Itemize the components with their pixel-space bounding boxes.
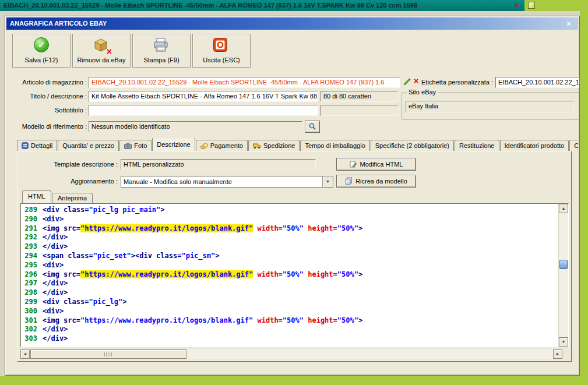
toolbar-button-label: Uscita (ESC) <box>203 56 240 63</box>
articolo-label: Articolo di magazzino : <box>6 77 87 88</box>
parent-window-titlebar: EIBACH_20.10.001.02.22_15529 - Molle Eib… <box>0 0 524 11</box>
tab-tempo-di-imballaggio[interactable]: Tempo di imballaggio <box>300 140 369 151</box>
magnifier-icon <box>308 122 316 132</box>
sito-ebay-legend: Sito eBay <box>407 89 438 96</box>
code-area[interactable]: 289<div class="pic_lg pic_main">290<div>… <box>21 204 558 347</box>
tab-identificatori-prodotto[interactable]: Identificatori prodotto <box>500 140 569 151</box>
line-number: 289 <box>21 206 37 215</box>
edit-html-pencil-icon <box>350 160 357 169</box>
tab-label: Compatib <box>574 140 578 151</box>
titolo-field[interactable]: Kit Molle Assetto Eibach SPORTLINE - Alf… <box>89 91 318 102</box>
line-number: 293 <box>21 242 37 252</box>
modello-label: Modello di riferimento : <box>6 121 87 132</box>
line-number: 290 <box>21 215 37 224</box>
toolbar-button-label: Rimuovi da eBay <box>77 56 125 63</box>
tab-label: Dettagli <box>31 140 52 151</box>
tab-specifiche-2-obbligatorie[interactable]: Specifiche (2 obbligatorie) <box>371 140 454 151</box>
sottotitolo-char-counter <box>321 105 399 116</box>
scroll-down-icon[interactable]: ▼ <box>559 337 568 347</box>
code-line[interactable]: 292</div> <box>21 233 558 242</box>
code-line[interactable]: 291<img src="https://www.readypro.it/log… <box>21 224 558 234</box>
toolbar-button-rimuovi[interactable]: ×Rimuovi da eBay <box>72 34 131 68</box>
copy-pages-icon <box>345 177 353 186</box>
toolbar-button-label: Stampa (F9) <box>143 56 179 63</box>
sito-ebay-field[interactable]: eBay Italia <box>406 101 574 112</box>
sottotitolo-field[interactable] <box>89 105 318 116</box>
tab-label: Descrizione <box>157 139 190 150</box>
anagrafica-articolo-ebay-dialog: ANAGRAFICA ARTICOLO EBAY × ✓Salva (F12)×… <box>5 16 580 376</box>
dialog-close-icon[interactable]: × <box>564 17 573 30</box>
exit-icon <box>213 37 230 55</box>
parent-window-title: EIBACH_20.10.001.02.22_15529 - Molle Eib… <box>3 2 417 9</box>
scroll-right-icon[interactable]: ► <box>553 349 562 359</box>
camera-icon <box>124 143 132 149</box>
ricrea-da-modello-button[interactable]: Ricrea da modello <box>336 175 416 188</box>
toolbar-button-salva[interactable]: ✓Salva (F12) <box>12 34 71 68</box>
tab-compatib[interactable]: Compatib <box>569 140 578 151</box>
tab-foto[interactable]: Foto <box>119 140 152 151</box>
toolbar-button-stampa[interactable]: Stampa (F9) <box>132 34 191 68</box>
details-icon <box>22 142 29 149</box>
scroll-left-icon[interactable]: ◄ <box>20 349 30 359</box>
aggiornamento-selected-value: Manuale - Modifica solo manualmente <box>124 176 232 187</box>
tab-spedizione[interactable]: Spedizione <box>248 140 300 151</box>
modifica-html-label: Modifica HTML <box>360 161 403 168</box>
modifica-html-button[interactable]: Modifica HTML <box>336 158 416 171</box>
ricrea-da-modello-label: Ricrea da modello <box>355 178 407 185</box>
tab-label: Spedizione <box>263 140 295 151</box>
tab-label: Specifiche (2 obbligatorie) <box>375 140 449 151</box>
subtab-html[interactable]: HTML <box>22 190 51 203</box>
code-line[interactable]: 300<div> <box>21 307 558 316</box>
editor-vscrollbar[interactable]: ▲ ▼ <box>558 204 568 347</box>
modello-field[interactable]: Nessun modello identificato <box>89 121 302 132</box>
line-number: 296 <box>21 270 37 280</box>
vscroll-thumb[interactable] <box>559 260 568 269</box>
code-line[interactable]: 290<div> <box>21 215 558 224</box>
modello-search-button[interactable] <box>305 121 320 133</box>
toolbar-button-label: Salva (F12) <box>25 56 58 63</box>
code-line[interactable]: 296<img src="https://www.readypro.it/log… <box>21 270 558 280</box>
tab-pagamento[interactable]: Pagamento <box>196 140 248 151</box>
template-descrizione-label: Template descrizione : <box>29 159 118 170</box>
dropdown-arrow-icon[interactable]: ▼ <box>322 176 333 187</box>
code-line[interactable]: 297</div> <box>21 279 558 288</box>
hscroll-thumb[interactable] <box>30 349 186 359</box>
etichetta-label: Etichetta personalizzata : <box>332 77 493 88</box>
line-number: 303 <box>21 334 37 344</box>
line-number: 295 <box>21 261 37 270</box>
code-line[interactable]: 299<div class="pic_lg"> <box>21 298 558 307</box>
code-line[interactable]: 302</div> <box>21 325 558 334</box>
line-number: 300 <box>21 307 37 316</box>
code-line[interactable]: 301<img src="https://www.readypro.it/log… <box>21 316 558 326</box>
code-line[interactable]: 294<span class="pic_set"><div class="pic… <box>21 252 558 261</box>
screen: { "glyphs": {"close":"×","check":"✓","cr… <box>0 0 588 385</box>
toolbar-button-uscita[interactable]: Uscita (ESC) <box>192 34 251 68</box>
code-line[interactable]: 289<div class="pic_lg pic_main"> <box>21 206 558 215</box>
aggiornamento-select[interactable]: Manuale - Modifica solo manualmente ▼ <box>121 176 333 188</box>
tab-restituzione[interactable]: Restituzione <box>455 140 499 151</box>
code-line[interactable]: 295<div> <box>21 261 558 270</box>
line-number: 298 <box>21 288 37 298</box>
editor-hscrollbar[interactable]: ◄ ► <box>20 349 562 359</box>
payment-coins-icon <box>200 143 208 149</box>
shipping-truck-icon <box>253 143 261 149</box>
template-descrizione-field[interactable]: HTML personalizzato <box>121 159 316 170</box>
code-line[interactable]: 303</div> <box>21 334 558 344</box>
subtab-anteprima[interactable]: Anteprima <box>52 193 93 203</box>
parent-close-icon[interactable]: × <box>513 0 521 11</box>
tab-descrizione[interactable]: Descrizione <box>152 138 195 151</box>
tab-label: Quantita' e prezzo <box>62 140 114 151</box>
tab-label: Foto <box>134 140 147 151</box>
corner-grid-icon <box>528 2 535 9</box>
dialog-title: ANAGRAFICA ARTICOLO EBAY <box>10 20 107 27</box>
etichetta-field[interactable]: EIBACH_20.10.001.02.22_1 <box>495 77 580 88</box>
code-line[interactable]: 298</div> <box>21 288 558 298</box>
html-code-editor[interactable]: 289<div class="pic_lg pic_main">290<div>… <box>20 203 569 347</box>
titolo-label: Titolo / descrizione : <box>6 91 87 102</box>
tab-quantita-e-prezzo[interactable]: Quantita' e prezzo <box>58 140 119 151</box>
scroll-up-icon[interactable]: ▲ <box>559 204 568 213</box>
tab-label: Tempo di imballaggio <box>305 140 365 151</box>
code-line[interactable]: 293</div> <box>21 242 558 252</box>
tab-dettagli[interactable]: Dettagli <box>17 140 57 151</box>
descrizione-tab-panel: Template descrizione : HTML personalizza… <box>17 151 572 362</box>
